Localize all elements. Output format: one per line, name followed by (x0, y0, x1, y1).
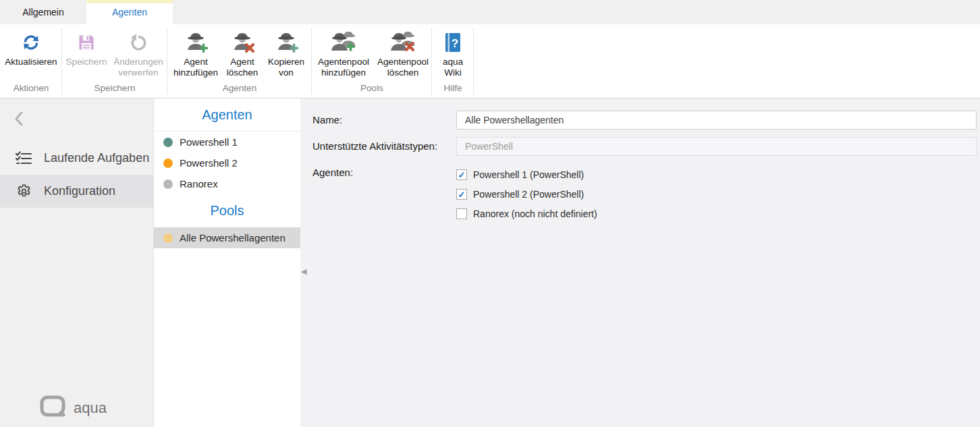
panel-header-pools: Pools (154, 194, 300, 227)
list-item-powershell-2[interactable]: Powershell 2 (154, 152, 300, 173)
ribbon-group-pools: Agentenpool hinzufügen (312, 24, 432, 98)
ribbon-button-aktualisieren[interactable]: Aktualisieren (2, 29, 59, 69)
form-row-name: Name: (312, 111, 977, 130)
ribbon-button-label: aqua Wiki (435, 57, 471, 79)
collapse-sidebar-chevron-icon[interactable] (13, 111, 25, 130)
list-item-alle-powershellagenten[interactable]: Alle Powershellagenten (154, 227, 300, 248)
list-item-label: Alle Powershellagenten (180, 232, 285, 244)
ribbon-group-aktionen: Aktualisieren Aktionen (0, 24, 62, 98)
form-row-agents: Agenten: ✓ Powershell 1 (PowerShell) ✓ P… (312, 163, 977, 227)
name-input[interactable] (456, 111, 977, 130)
ribbon-button-label: Speichern (66, 57, 107, 67)
wiki-icon: ? (444, 30, 462, 55)
status-dot (163, 138, 173, 147)
tab-agenten[interactable]: Agenten (86, 0, 173, 24)
gear-icon (15, 183, 32, 199)
form-row-activity-types: Unterstützte Aktivitätstypen: (312, 137, 977, 156)
panel-header-agenten: Agenten (154, 98, 300, 132)
ribbon-button-label: Agent hinzufügen (173, 57, 219, 79)
ribbon-button-aqua-wiki[interactable]: ? aqua Wiki (432, 29, 474, 80)
tab-allgemein[interactable]: Allgemein (0, 0, 86, 24)
name-label: Name: (312, 111, 456, 130)
ribbon: Aktualisieren Aktionen Speichern (0, 24, 980, 98)
ribbon-button-agentenpool-loeschen[interactable]: Agentenpool löschen (375, 29, 431, 80)
ribbon-group-label-aktionen: Aktionen (0, 82, 62, 98)
tab-allgemein-label: Allgemein (22, 7, 63, 18)
list-item-label: Powershell 2 (180, 157, 238, 169)
ribbon-group-hilfe: ? aqua Wiki Hilfe (432, 24, 474, 98)
ribbon-button-speichern[interactable]: Speichern (63, 29, 110, 69)
ribbon-button-agent-hinzufuegen[interactable]: Agent hinzufügen (170, 29, 221, 80)
checkbox-label: Powershell 2 (PowerShell) (473, 189, 584, 200)
save-icon (77, 30, 96, 55)
activity-types-label: Unterstützte Aktivitätstypen: (312, 137, 456, 156)
ribbon-button-kopieren-von[interactable]: Kopieren von (263, 29, 309, 80)
checkbox-label: Ranorex (noch nicht definiert) (473, 208, 597, 219)
sidebar-item-label: Laufende Aufgaben (44, 151, 149, 165)
status-dot (163, 159, 173, 168)
ribbon-group-label-hilfe: Hilfe (432, 82, 474, 98)
task-list-icon (15, 150, 32, 167)
list-item-powershell-1[interactable]: Powershell 1 (154, 132, 300, 152)
content-area: Laufende Aufgaben Konfiguration aqua (0, 98, 980, 427)
aqua-logo: aqua (39, 395, 107, 422)
list-item-ranorex[interactable]: Ranorex (154, 173, 300, 194)
ribbon-group-label-agenten: Agenten (167, 82, 312, 98)
ribbon-button-label: Änderungen verwerfen (113, 57, 164, 79)
checkbox-row-powershell-2[interactable]: ✓ Powershell 2 (PowerShell) (456, 188, 597, 200)
checkbox-powershell-1[interactable]: ✓ (456, 169, 467, 180)
aqua-logo-icon (39, 395, 67, 422)
ribbon-button-label: Kopieren von (266, 57, 306, 79)
nav-sidebar: Laufende Aufgaben Konfiguration aqua (0, 98, 153, 427)
svg-text:?: ? (452, 37, 458, 50)
ribbon-button-agentenpool-hinzufuegen[interactable]: Agentenpool hinzufügen (312, 29, 375, 80)
collapse-panel-arrow-icon[interactable]: ◀ (301, 267, 306, 276)
refresh-icon (20, 30, 42, 55)
agent-copy-icon (274, 30, 298, 55)
status-dot (163, 233, 173, 243)
ribbon-tab-bar: Allgemein Agenten (0, 0, 980, 24)
ribbon-group-speichern: Speichern Änderungen verwerfen Speichern (62, 24, 167, 98)
pool-add-icon (330, 30, 357, 55)
undo-icon (129, 30, 148, 55)
pool-detail-form: ◀ Name: Unterstützte Aktivitätstypen: Ag… (300, 98, 980, 427)
agents-pools-panel: Agenten Powershell 1 Powershell 2 Ranore… (153, 98, 300, 427)
checkbox-powershell-2[interactable]: ✓ (456, 189, 467, 200)
tab-agenten-label: Agenten (112, 7, 147, 18)
sidebar-item-konfiguration[interactable]: Konfiguration (0, 175, 153, 208)
checkbox-row-ranorex[interactable]: Ranorex (noch nicht definiert) (456, 208, 597, 220)
agent-add-icon (184, 30, 208, 55)
pool-delete-icon (389, 30, 416, 55)
ribbon-button-label: Agentenpool hinzufügen (315, 57, 372, 79)
agents-checkbox-group: ✓ Powershell 1 (PowerShell) ✓ Powershell… (456, 163, 597, 227)
ribbon-button-label: Agent löschen (224, 57, 261, 79)
sidebar-item-laufende-aufgaben[interactable]: Laufende Aufgaben (0, 142, 153, 175)
list-item-label: Ranorex (180, 178, 218, 190)
ribbon-button-label: Aktualisieren (5, 57, 57, 67)
ribbon-group-agenten: Agent hinzufügen Agent löschen (167, 24, 312, 98)
aqua-logo-text: aqua (74, 399, 107, 417)
checkbox-ranorex[interactable] (456, 208, 467, 219)
status-dot (163, 179, 173, 189)
checkbox-label: Powershell 1 (PowerShell) (473, 169, 584, 180)
ribbon-button-aenderungen-verwerfen[interactable]: Änderungen verwerfen (110, 29, 167, 80)
activity-types-input (456, 137, 977, 156)
agents-label: Agenten: (312, 163, 456, 227)
sidebar-item-label: Konfiguration (44, 184, 115, 198)
checkbox-row-powershell-1[interactable]: ✓ Powershell 1 (PowerShell) (456, 169, 597, 181)
agent-delete-icon (230, 30, 254, 55)
ribbon-button-label: Agentenpool löschen (377, 57, 429, 79)
ribbon-button-agent-loeschen[interactable]: Agent löschen (221, 29, 263, 80)
list-item-label: Powershell 1 (180, 136, 238, 148)
ribbon-group-label-speichern: Speichern (62, 82, 167, 98)
ribbon-group-label-pools: Pools (312, 82, 432, 98)
